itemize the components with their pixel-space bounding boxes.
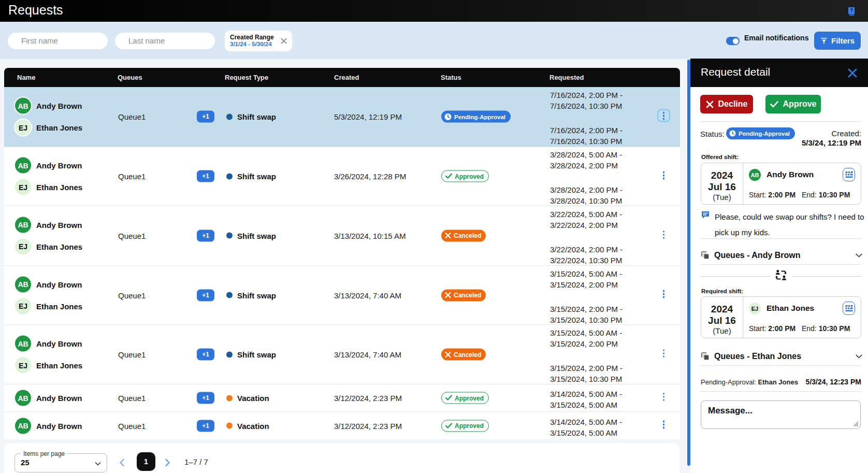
svg-text:?: ? <box>850 8 853 13</box>
